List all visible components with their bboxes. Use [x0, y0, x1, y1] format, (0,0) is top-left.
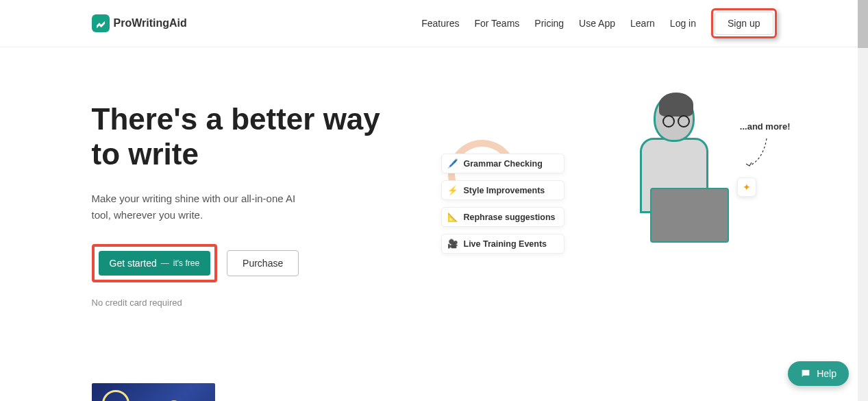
hero-illustration: ✦ ...and more! 🖊️Grammar Checking ⚡Style… [455, 88, 777, 308]
bolt-icon: ⚡ [447, 185, 458, 195]
help-label: Help [817, 368, 836, 379]
feature-pills: 🖊️Grammar Checking ⚡Style Improvements 📐… [441, 154, 565, 254]
scrollbar[interactable] [858, 0, 868, 401]
nav-pricing[interactable]: Pricing [534, 18, 564, 29]
purchase-button[interactable]: Purchase [227, 250, 299, 276]
cta-sep: — [161, 258, 169, 268]
logo-icon [92, 14, 110, 32]
nav-log-in[interactable]: Log in [670, 18, 696, 29]
sparkle-icon: ✦ [737, 178, 756, 197]
site-header: ProWritingAid Features For Teams Pricing… [0, 0, 868, 47]
nav-features[interactable]: Features [421, 18, 459, 29]
logo-text: ProWritingAid [114, 17, 187, 29]
hero-section: There's a better way to write Make your … [92, 47, 777, 328]
main-nav: Features For Teams Pricing Use App Learn… [421, 8, 776, 38]
starry-night-icon [92, 383, 215, 401]
hero-left: There's a better way to write Make your … [92, 88, 414, 308]
pill-grammar: 🖊️Grammar Checking [441, 154, 565, 173]
hero-title: There's a better way to write [92, 102, 414, 171]
hero-ctas: Get started — it's free Purchase [92, 244, 414, 282]
hero-subtitle: Make your writing shine with our all-in-… [92, 191, 304, 223]
nav-for-teams[interactable]: For Teams [474, 18, 519, 29]
pen-icon: 🖊️ [447, 158, 458, 169]
cta-free: it's free [173, 258, 199, 268]
person-illustration [612, 88, 736, 267]
signup-highlight: Sign up [711, 8, 776, 38]
pill-training: 🎥Live Training Events [441, 234, 565, 254]
ruler-icon: 📐 [447, 212, 458, 222]
section-2: ౿ ⌇ ౿ ○ ~ Do you feel like your writing … [92, 328, 777, 401]
pill-label: Rephrase suggestions [464, 212, 556, 222]
get-started-button[interactable]: Get started — it's free [99, 251, 211, 276]
help-button[interactable]: Help [788, 361, 849, 386]
and-more-text: ...and more! [740, 121, 791, 132]
get-started-label: Get started [110, 258, 157, 269]
sign-up-button[interactable]: Sign up [715, 12, 773, 35]
pill-rephrase: 📐Rephrase suggestions [441, 207, 565, 227]
logo[interactable]: ProWritingAid [92, 14, 187, 32]
scroll-thumb[interactable] [858, 0, 868, 48]
camera-icon: 🎥 [447, 239, 458, 249]
nav-use-app[interactable]: Use App [579, 18, 615, 29]
get-started-highlight: Get started — it's free [92, 244, 218, 282]
nav-learn[interactable]: Learn [630, 18, 655, 29]
dotted-arrow-icon [743, 135, 770, 169]
pill-label: Live Training Events [464, 239, 547, 249]
pill-label: Style Improvements [464, 186, 545, 195]
art-illustration: ౿ ⌇ ౿ ○ ~ [92, 383, 325, 401]
pill-style: ⚡Style Improvements [441, 180, 565, 200]
chat-icon [800, 368, 811, 379]
no-cc-text: No credit card required [92, 297, 414, 308]
pill-label: Grammar Checking [464, 159, 543, 169]
